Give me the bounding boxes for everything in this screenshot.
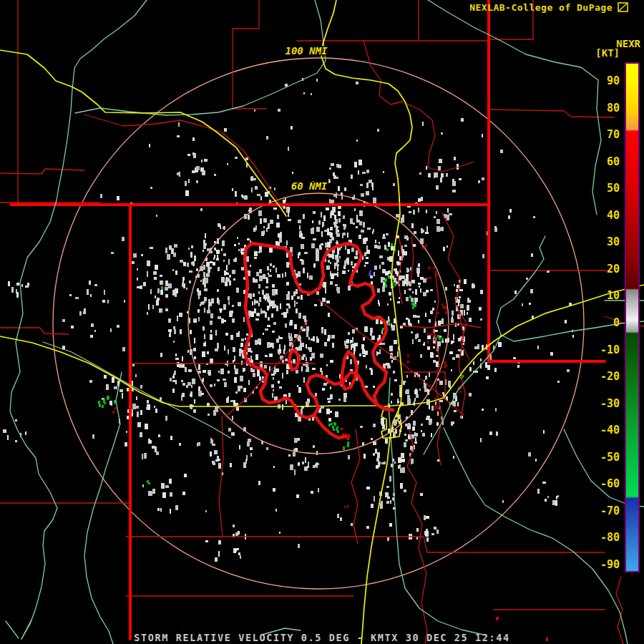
colorbar-tick-label: 30: [607, 235, 620, 248]
colorbar-tick-label: -40: [600, 424, 620, 436]
colorbar-tick-label: -30: [600, 397, 620, 410]
colorbar-tick-label: 90: [607, 74, 620, 87]
county-lines: [0, 0, 644, 644]
colorbar-tick-label: 0: [613, 316, 620, 329]
ring-label-100nmi: 100 NMI: [285, 45, 328, 57]
state-borders: [11, 0, 605, 639]
colorbar-tick-label: -70: [600, 504, 620, 517]
colorbar-tick-label: -50: [600, 451, 620, 464]
colorbar-tick-label: -20: [600, 370, 620, 383]
velocity-colorbar: [625, 62, 640, 572]
range-rings: [53, 58, 584, 589]
colorbar-tick-label: 40: [607, 209, 620, 222]
colorbar-tick-label: -80: [600, 531, 620, 544]
colorbar-title: NEXR: [616, 38, 640, 49]
colorbar-tick-label: -90: [600, 558, 620, 571]
colorbar-tick-label: 50: [607, 182, 620, 195]
colorbar-tick-label: -10: [600, 343, 620, 356]
colorbar-tick-label: -60: [600, 477, 620, 490]
site-header-title: NEXLAB-College of DuPage: [469, 2, 613, 13]
product-caption: STORM RELATIVE VELOCITY 0.5 DEG - KMTX 3…: [134, 632, 509, 643]
colorbar-tick-label: 10: [607, 289, 620, 302]
colorbar-tick-label: 70: [607, 128, 620, 141]
colorbar-tick-label: 60: [607, 155, 620, 168]
river-lines: [6, 0, 644, 644]
colorbar-tick-label: 80: [607, 102, 620, 114]
radar-map-image: 60 NMI 100 NMI: [0, 0, 644, 644]
ring-label-60nmi: 60 NMI: [291, 180, 328, 192]
radar-display: 60 NMI 100 NMI NEXLAB-College of DuPage …: [0, 0, 644, 644]
colorbar-units: [KT]: [595, 47, 620, 59]
nexlab-logo-icon: [618, 2, 628, 12]
colorbar-tick-label: 20: [607, 263, 620, 275]
highway-lines: [0, 0, 644, 644]
